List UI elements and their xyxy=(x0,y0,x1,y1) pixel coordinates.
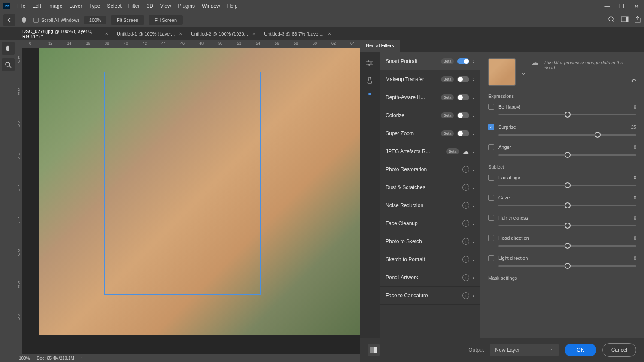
search-icon[interactable] xyxy=(608,16,615,24)
document-tab[interactable]: Untitled-2 @ 100% (1920...× xyxy=(187,27,260,40)
slider-checkbox[interactable] xyxy=(488,215,494,221)
hand-tool-icon[interactable] xyxy=(20,15,29,25)
document-tab[interactable]: DSC_0278.jpg @ 100% (Layer 0, RGB/8*) *× xyxy=(18,27,112,40)
output-select[interactable]: New Layer xyxy=(490,344,559,356)
menu-window[interactable]: Window xyxy=(198,1,224,11)
slider-track[interactable] xyxy=(498,114,636,115)
reset-icon[interactable]: ↶ xyxy=(631,77,636,85)
zoom-level[interactable]: 100% xyxy=(84,16,106,24)
menu-type[interactable]: Type xyxy=(85,1,103,11)
info-icon[interactable]: i xyxy=(462,202,469,209)
tab-close-icon[interactable]: × xyxy=(179,30,182,37)
face-dropdown-icon[interactable]: ⌄ xyxy=(521,68,526,76)
document-tab[interactable]: Untitled-3 @ 66.7% (Layer...× xyxy=(260,27,335,40)
slider-track[interactable] xyxy=(498,154,636,156)
info-icon[interactable]: i xyxy=(462,220,469,227)
slider-thumb[interactable] xyxy=(565,223,571,229)
slider-checkbox[interactable] xyxy=(488,255,494,261)
filter-item[interactable]: JPEG Artefacts R...Beta☁› xyxy=(380,142,480,160)
menu-filter[interactable]: Filter xyxy=(125,1,143,11)
close-button[interactable]: ✕ xyxy=(632,3,641,9)
filter-toggle[interactable] xyxy=(457,112,469,118)
menu-image[interactable]: Image xyxy=(45,1,66,11)
filter-item[interactable]: Super ZoomBeta› xyxy=(380,124,480,142)
slider-checkbox[interactable] xyxy=(488,175,494,181)
menu-select[interactable]: Select xyxy=(103,1,125,11)
filter-item[interactable]: Depth-Aware H...Beta› xyxy=(380,88,480,106)
filter-toggle[interactable] xyxy=(457,58,469,64)
filter-item[interactable]: Pencil Artworki› xyxy=(380,268,480,287)
slider-thumb[interactable] xyxy=(565,182,571,188)
tab-close-icon[interactable]: × xyxy=(105,30,108,37)
category-beaker-icon[interactable] xyxy=(365,75,374,85)
slider-track[interactable] xyxy=(498,225,636,226)
menu-edit[interactable]: Edit xyxy=(29,1,45,11)
share-icon[interactable] xyxy=(635,16,641,24)
slider-checkbox[interactable]: ✓ xyxy=(488,124,494,130)
checkbox[interactable] xyxy=(33,18,39,23)
cancel-button[interactable]: Cancel xyxy=(602,343,636,357)
menu-plugins[interactable]: Plugins xyxy=(175,1,198,11)
slider-track[interactable] xyxy=(498,205,636,206)
fill-screen-button[interactable]: Fill Screen xyxy=(149,15,183,25)
hand-tool[interactable] xyxy=(2,42,15,55)
minimize-button[interactable]: — xyxy=(603,3,611,9)
face-thumbnail[interactable] xyxy=(488,58,516,86)
info-icon[interactable]: i xyxy=(462,274,469,281)
slider-checkbox[interactable] xyxy=(488,195,494,201)
workspace-icon[interactable] xyxy=(621,16,629,24)
info-icon[interactable]: i xyxy=(462,238,469,245)
filter-item[interactable]: Dust & Scratchesi› xyxy=(380,178,480,196)
preview-toggle-icon[interactable] xyxy=(368,344,380,356)
face-selection-box[interactable] xyxy=(104,72,261,295)
canvas[interactable] xyxy=(22,48,360,354)
filter-item[interactable]: Sketch to Portraiti› xyxy=(380,250,480,268)
document-tab[interactable]: Untitled-1 @ 100% (Layer...× xyxy=(112,27,187,40)
info-icon[interactable]: i xyxy=(462,166,469,173)
slider-checkbox[interactable] xyxy=(488,144,494,150)
back-button[interactable] xyxy=(3,14,15,26)
filter-item[interactable]: Smart PortraitBeta› xyxy=(380,52,480,70)
menu-view[interactable]: View xyxy=(157,1,175,11)
tab-close-icon[interactable]: × xyxy=(328,30,331,37)
info-icon[interactable]: i xyxy=(462,292,469,299)
filter-toggle[interactable] xyxy=(457,76,469,82)
menu-file[interactable]: File xyxy=(14,1,29,11)
info-icon[interactable]: i xyxy=(462,184,469,191)
menu-layer[interactable]: Layer xyxy=(66,1,85,11)
zoom-tool[interactable] xyxy=(2,58,15,71)
filter-toggle[interactable] xyxy=(457,94,469,100)
slider-track[interactable] xyxy=(498,185,636,186)
fit-screen-button[interactable]: Fit Screen xyxy=(111,15,144,25)
slider-checkbox[interactable] xyxy=(488,235,494,241)
info-icon[interactable]: i xyxy=(462,256,469,263)
filter-item[interactable]: ColorizeBeta› xyxy=(380,106,480,124)
filter-item[interactable]: Face to Caricaturei› xyxy=(380,287,480,305)
filter-item[interactable]: Photo to Sketchi› xyxy=(380,232,480,250)
filter-toggle[interactable] xyxy=(457,130,469,136)
slider-thumb[interactable] xyxy=(565,263,571,269)
slider-thumb[interactable] xyxy=(595,132,601,138)
neural-filters-panel: Neural Filters Smart PortraitBeta›Makeup… xyxy=(360,40,644,362)
scroll-all-option[interactable]: Scroll All Windows xyxy=(33,18,80,23)
filter-item[interactable]: Photo Restorationi› xyxy=(380,160,480,178)
maximize-button[interactable]: ❐ xyxy=(617,3,626,9)
slider-track[interactable] xyxy=(498,134,636,136)
slider-track[interactable] xyxy=(498,265,636,267)
chevron-right-icon: › xyxy=(473,131,474,136)
filter-item[interactable]: Makeup TransferBeta› xyxy=(380,70,480,88)
filter-item[interactable]: Noise Reductioni› xyxy=(380,196,480,214)
slider-checkbox[interactable] xyxy=(488,104,494,110)
slider-thumb[interactable] xyxy=(565,202,571,208)
slider-thumb[interactable] xyxy=(565,152,571,158)
slider-thumb[interactable] xyxy=(565,243,571,249)
ok-button[interactable]: OK xyxy=(565,344,596,356)
menu-help[interactable]: Help xyxy=(224,1,241,11)
slider-track[interactable] xyxy=(498,245,636,247)
cloud-download-icon[interactable]: ☁ xyxy=(462,148,469,155)
slider-thumb[interactable] xyxy=(565,112,571,118)
filter-item[interactable]: Face Cleanupi› xyxy=(380,214,480,232)
category-filters-icon[interactable] xyxy=(365,58,374,68)
tab-close-icon[interactable]: × xyxy=(252,30,256,37)
menu-3d[interactable]: 3D xyxy=(143,1,156,11)
